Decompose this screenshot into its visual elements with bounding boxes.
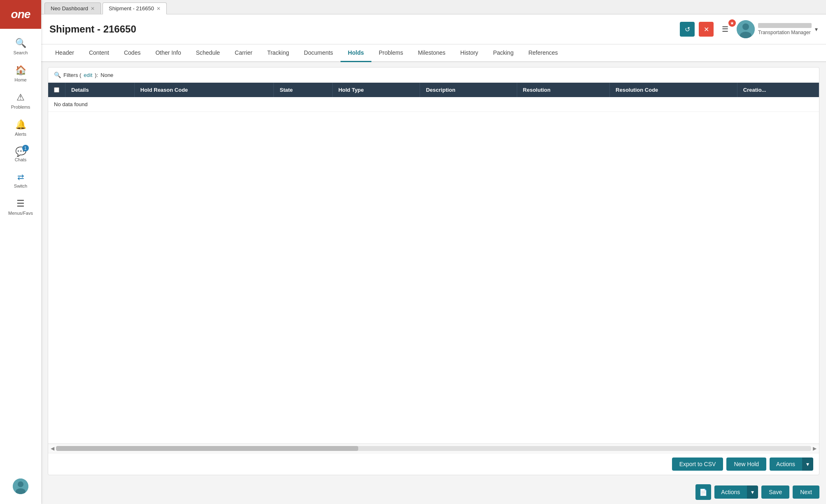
tab-other-info[interactable]: Other Info — [148, 44, 188, 62]
tab-milestones[interactable]: Milestones — [411, 44, 453, 62]
scrollbar-thumb — [56, 446, 358, 451]
no-data-cell: No data found — [48, 97, 819, 112]
col-resolution-code: Resolution Code — [610, 83, 737, 97]
select-all-checkbox[interactable] — [54, 87, 59, 93]
tab-codes[interactable]: Codes — [117, 44, 148, 62]
filter-icon: 🔍 — [54, 72, 61, 78]
tab-schedule[interactable]: Schedule — [189, 44, 227, 62]
holds-card: 🔍 Filters ( edit ): None — [48, 67, 819, 475]
col-state: State — [274, 83, 332, 97]
sidebar-avatar — [13, 478, 28, 494]
footer-bar: 📄 Actions ▾ Save Next — [41, 480, 826, 504]
actions-caret-button[interactable]: ▾ — [802, 458, 813, 471]
user-name-blur — [758, 23, 812, 28]
page-header: Shipment - 216650 ↺ ✕ ☰ ★ Transportat — [41, 14, 826, 44]
sidebar: one 🔍 Search 🏠 Home ⚠ Problems 🔔 Alerts … — [0, 0, 41, 504]
holds-table: Details Hold Reason Code State Hold Type… — [48, 83, 819, 112]
save-button[interactable]: Save — [761, 485, 789, 499]
sidebar-item-label-alerts: Alerts — [15, 132, 26, 137]
page-title: Shipment - 216650 — [49, 23, 136, 35]
filters-edit-link[interactable]: edit — [84, 72, 92, 78]
sidebar-item-label-problems: Problems — [11, 105, 30, 109]
tab-documents[interactable]: Documents — [296, 44, 341, 62]
table-header: Details Hold Reason Code State Hold Type… — [48, 83, 819, 97]
export-csv-button[interactable]: Export to CSV — [672, 458, 723, 471]
tab-neo-dashboard-close[interactable]: ✕ — [91, 6, 95, 12]
tab-neo-dashboard[interactable]: Neo Dashboard ✕ — [44, 2, 101, 14]
sidebar-item-chats[interactable]: 💬 1 Chats — [0, 142, 41, 167]
menus-favs-icon: ☰ — [16, 198, 25, 209]
horizontal-scrollbar[interactable] — [56, 446, 811, 451]
tab-tracking[interactable]: Tracking — [260, 44, 296, 62]
sidebar-item-label-home: Home — [14, 77, 26, 82]
filters-value: None — [100, 72, 113, 78]
star-badge: ★ — [728, 19, 736, 27]
tab-header[interactable]: Header — [48, 44, 82, 62]
main-area: Neo Dashboard ✕ Shipment - 216650 ✕ Ship… — [41, 0, 826, 504]
next-button[interactable]: Next — [793, 485, 819, 499]
new-hold-button[interactable]: New Hold — [726, 458, 766, 471]
scroll-container: ◀ ▶ — [48, 445, 819, 452]
tab-carrier[interactable]: Carrier — [227, 44, 260, 62]
search-icon: 🔍 — [15, 38, 26, 49]
col-description: Description — [420, 83, 517, 97]
tab-shipment-label: Shipment - 216650 — [109, 5, 154, 12]
chats-badge: 1 — [22, 145, 29, 151]
tab-holds[interactable]: Holds — [341, 44, 371, 62]
header-right: ↺ ✕ ☰ ★ Transportation Manager — [680, 20, 818, 38]
tab-problems[interactable]: Problems — [371, 44, 411, 62]
sidebar-item-alerts[interactable]: 🔔 Alerts — [0, 114, 41, 142]
footer-doc-button[interactable]: 📄 — [695, 484, 711, 500]
col-details: Details — [65, 83, 135, 97]
col-creation: Creatio... — [737, 83, 819, 97]
content-area: Header Content Codes Other Info Schedule… — [41, 44, 826, 504]
actions-split-button: Actions ▾ — [770, 458, 813, 471]
menu-wrap: ☰ ★ — [718, 22, 733, 37]
col-checkbox[interactable] — [48, 83, 65, 97]
tab-shipment-216650[interactable]: Shipment - 216650 ✕ — [103, 2, 167, 14]
footer-actions-split: Actions ▾ — [714, 485, 758, 499]
tab-references[interactable]: References — [521, 44, 565, 62]
scrollbar-row: ◀ ▶ — [48, 444, 819, 453]
user-role: Transportation Manager — [758, 30, 812, 35]
chevron-down-icon: ▾ — [815, 26, 818, 33]
tab-neo-dashboard-label: Neo Dashboard — [51, 5, 88, 12]
app-logo[interactable]: one — [0, 0, 41, 29]
filters-label: Filters ( — [63, 72, 81, 78]
sidebar-item-home[interactable]: 🏠 Home — [0, 60, 41, 87]
refresh-button[interactable]: ↺ — [680, 22, 695, 37]
browser-tabs: Neo Dashboard ✕ Shipment - 216650 ✕ — [41, 0, 826, 14]
tab-shipment-close[interactable]: ✕ — [156, 6, 161, 12]
sidebar-item-label-chats: Chats — [15, 157, 27, 162]
footer-actions-caret[interactable]: ▾ — [747, 485, 758, 499]
sidebar-item-problems[interactable]: ⚠ Problems — [0, 87, 41, 114]
user-info[interactable]: Transportation Manager ▾ — [737, 20, 818, 38]
no-data-row: No data found — [48, 97, 819, 112]
tab-history[interactable]: History — [453, 44, 486, 62]
sidebar-item-menus-favs[interactable]: ☰ Menus/Favs — [0, 193, 41, 221]
footer-actions-main[interactable]: Actions — [714, 485, 747, 499]
problems-icon: ⚠ — [16, 92, 25, 103]
close-button[interactable]: ✕ — [699, 22, 714, 37]
tab-content[interactable]: Content — [82, 44, 117, 62]
sidebar-item-user[interactable] — [13, 474, 28, 499]
table-wrapper: Details Hold Reason Code State Hold Type… — [48, 83, 819, 444]
col-hold-reason-code: Hold Reason Code — [134, 83, 274, 97]
col-hold-type: Hold Type — [332, 83, 420, 97]
home-icon: 🏠 — [15, 65, 26, 76]
tab-packing[interactable]: Packing — [485, 44, 521, 62]
sidebar-item-label-menus-favs: Menus/Favs — [8, 211, 33, 216]
switch-icon: ⇄ — [17, 172, 24, 182]
sidebar-item-search[interactable]: 🔍 Search — [0, 33, 41, 60]
user-name-block: Transportation Manager — [758, 23, 812, 35]
sidebar-item-switch[interactable]: ⇄ Switch — [0, 167, 41, 193]
actions-main-button[interactable]: Actions — [770, 458, 802, 471]
logo-text: one — [11, 8, 30, 21]
filters-bar: 🔍 Filters ( edit ): None — [48, 67, 819, 83]
table-body: No data found — [48, 97, 819, 112]
bottom-actions: Export to CSV New Hold Actions ▾ — [48, 453, 819, 475]
sidebar-item-label-switch: Switch — [14, 183, 27, 188]
scroll-left-icon[interactable]: ◀ — [51, 446, 54, 451]
nav-tabs: Header Content Codes Other Info Schedule… — [41, 44, 826, 62]
scroll-right-icon[interactable]: ▶ — [813, 446, 817, 451]
